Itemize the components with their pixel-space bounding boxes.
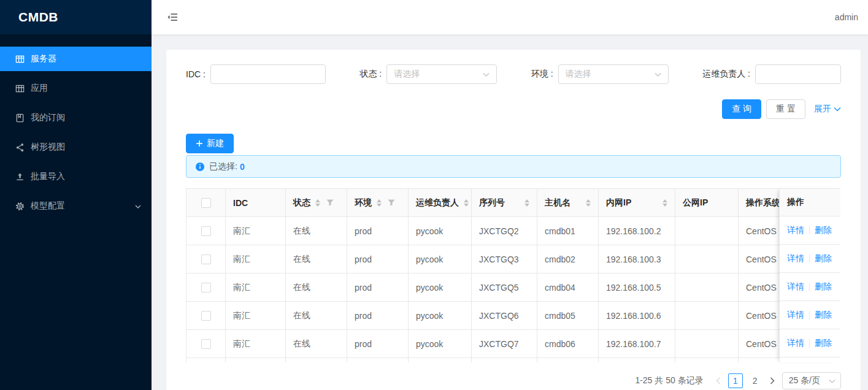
detail-link[interactable]: 详情 — [787, 338, 804, 349]
sidebar-item-servers[interactable]: 服务器 — [0, 47, 152, 71]
page-size-select[interactable]: 25 条/页 — [782, 372, 841, 389]
column-header-public-ip: 公网IP — [675, 189, 739, 217]
toolbar: 新建 — [186, 134, 841, 153]
action-divider — [809, 311, 810, 319]
filter-actions: 查 询 重 置 展开 — [186, 99, 841, 119]
cell-private-ip: 192.168.100.5 — [599, 273, 675, 302]
detail-link[interactable]: 详情 — [787, 310, 804, 321]
cell-env: prod — [347, 302, 409, 330]
table-scroll-area: IDC 状态 环境 运维负责人 序列号 主机名 内网IP 公网IP 操作系统 南… — [186, 188, 840, 362]
sidebar-item-tree-view[interactable]: 树形视图 — [0, 135, 152, 159]
sort-icon[interactable] — [586, 199, 591, 207]
cell-serial: JXCTGQ3 — [472, 245, 537, 273]
cell-idc: 南汇 — [226, 245, 286, 273]
sort-icon[interactable] — [377, 199, 382, 207]
page-2-button[interactable]: 2 — [748, 373, 762, 388]
reset-button[interactable]: 重 置 — [766, 99, 805, 119]
expand-link[interactable]: 展开 — [814, 104, 841, 115]
cell-private-ip: 192.168.100.7 — [599, 330, 675, 358]
action-divider — [809, 339, 810, 348]
delete-link[interactable]: 删除 — [815, 253, 832, 264]
owner-input[interactable] — [755, 64, 841, 84]
detail-link[interactable]: 详情 — [787, 225, 804, 236]
sidebar-item-label: 应用 — [31, 83, 48, 94]
server-table: IDC 状态 环境 运维负责人 序列号 主机名 内网IP 公网IP 操作系统 南… — [186, 188, 840, 362]
cell-hostname — [537, 358, 599, 363]
user-name[interactable]: admin — [835, 12, 858, 22]
create-button[interactable]: 新建 — [186, 134, 234, 153]
env-select-placeholder: 请选择 — [566, 69, 591, 80]
table-row: 南汇 在线 prod pycook JXCTGQ3 cmdb02 192.168… — [186, 245, 841, 273]
menu-fold-icon[interactable] — [167, 11, 179, 23]
gear-icon — [15, 201, 25, 211]
delete-link[interactable]: 删除 — [815, 338, 832, 349]
sidebar-item-bulk-import[interactable]: 批量导入 — [0, 164, 152, 189]
sidebar-item-label: 模型配置 — [31, 201, 65, 212]
action-cell: 详情 删除 — [779, 358, 840, 362]
delete-link[interactable]: 删除 — [815, 310, 832, 321]
cell-idc: 南汇 — [226, 330, 286, 358]
sidebar: CMDB 服务器 应用 我的订阅 树形视图 — [0, 0, 152, 390]
column-header-env: 环境 — [347, 189, 409, 217]
share-icon — [15, 142, 25, 152]
sidebar-item-model-config[interactable]: 模型配置 — [0, 194, 152, 218]
cell-owner: pycook — [409, 302, 472, 330]
env-select[interactable]: 请选择 — [558, 64, 669, 84]
column-header-status: 状态 — [286, 189, 347, 217]
cell-env: prod — [347, 245, 409, 273]
cell-status: 在线 — [286, 217, 347, 245]
cell-serial — [472, 358, 537, 363]
sort-icon[interactable] — [315, 199, 320, 207]
row-checkbox[interactable] — [201, 311, 211, 321]
plus-icon — [196, 140, 203, 147]
sidebar-item-subscriptions[interactable]: 我的订阅 — [0, 105, 152, 130]
page-1-button[interactable]: 1 — [728, 373, 743, 388]
row-checkbox[interactable] — [201, 226, 211, 236]
row-checkbox[interactable] — [201, 339, 211, 349]
sidebar-item-applications[interactable]: 应用 — [0, 76, 152, 101]
sort-icon[interactable] — [663, 199, 667, 207]
sidebar-item-label: 批量导入 — [31, 171, 65, 182]
table-row — [186, 358, 841, 363]
row-checkbox[interactable] — [201, 283, 211, 292]
delete-link[interactable]: 删除 — [815, 281, 832, 292]
cell-public-ip — [675, 330, 739, 358]
action-cell: 详情 删除 — [779, 301, 840, 329]
filter-env: 环境 : 请选择 — [531, 64, 669, 84]
filter-status: 状态 : 请选择 — [359, 64, 497, 84]
delete-link[interactable]: 删除 — [815, 225, 832, 236]
sort-icon[interactable] — [524, 199, 529, 207]
status-select[interactable]: 请选择 — [386, 64, 497, 84]
create-button-label: 新建 — [207, 138, 224, 149]
chevron-down-icon — [483, 69, 490, 79]
cell-private-ip: 192.168.100.3 — [599, 245, 675, 273]
cell-status — [286, 358, 347, 363]
cell-hostname: cmdb06 — [537, 330, 599, 358]
filter-funnel-icon[interactable] — [326, 199, 334, 206]
next-page-button[interactable] — [767, 373, 777, 388]
pagination-total: 1-25 共 50 条记录 — [635, 375, 703, 386]
cell-idc: 南汇 — [226, 302, 286, 330]
cell-status: 在线 — [286, 273, 347, 302]
filter-owner: 运维负责人 : — [702, 64, 841, 84]
cell-env: prod — [347, 330, 409, 358]
select-all-checkbox[interactable] — [201, 198, 211, 208]
cell-owner — [409, 358, 472, 363]
idc-input[interactable] — [210, 64, 326, 84]
prev-page-button[interactable] — [713, 373, 723, 388]
table-header-row: IDC 状态 环境 运维负责人 序列号 主机名 内网IP 公网IP 操作系统 — [186, 189, 841, 217]
action-divider — [809, 283, 810, 291]
detail-link[interactable]: 详情 — [787, 253, 804, 264]
column-header-hostname: 主机名 — [537, 189, 599, 217]
cell-env: prod — [347, 217, 409, 245]
status-select-placeholder: 请选择 — [394, 69, 420, 80]
sidebar-item-label: 我的订阅 — [31, 112, 65, 123]
app-logo: CMDB — [0, 0, 152, 34]
detail-link[interactable]: 详情 — [787, 281, 804, 292]
search-button[interactable]: 查 询 — [722, 99, 761, 119]
filter-funnel-icon[interactable] — [388, 199, 395, 206]
row-checkbox[interactable] — [201, 254, 211, 264]
cell-owner: pycook — [409, 245, 472, 273]
sort-icon[interactable] — [464, 199, 469, 207]
selected-count: 0 — [240, 162, 245, 172]
